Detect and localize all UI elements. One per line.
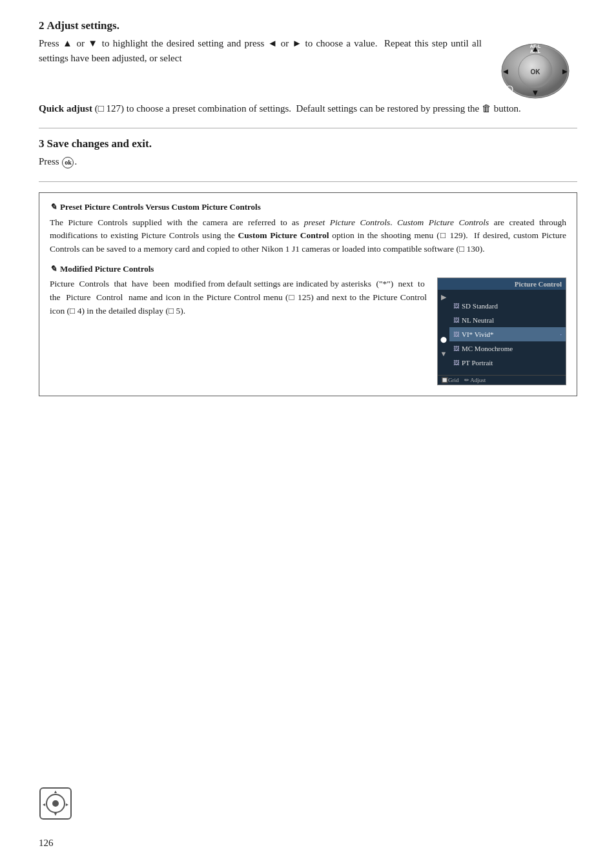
- pc-blank-3: [438, 361, 449, 375]
- pc-item-vi: 🖼 VI* Vivid* ·: [449, 327, 566, 341]
- pc-blank-2: [438, 318, 449, 332]
- svg-text:◄: ◄: [502, 66, 510, 76]
- pc-label-sd: SD Standard: [462, 302, 562, 310]
- step2-section: 2 Adjust settings. Press ▲ or ▼ to highl…: [39, 19, 577, 116]
- pc-footer: 🔲Grid ✏ Adjust: [438, 375, 566, 385]
- pc-left-col: ▶ ⬤ ▼: [438, 290, 449, 375]
- note-box: ✎ Preset Picture Controls Versus Custom …: [39, 192, 577, 397]
- note2-title-text: Modified Picture Controls: [60, 264, 154, 274]
- pc-blank-1: [438, 304, 449, 318]
- step2-number: 2: [39, 19, 45, 32]
- pc-item-blank: [449, 290, 566, 299]
- step3-header: 3 Save changes and exit.: [39, 137, 577, 150]
- step2-header: 2 Adjust settings.: [39, 19, 577, 32]
- step2-full-text: Quick adjust (□ 127) to choose a preset …: [39, 101, 577, 116]
- page-number: 126: [39, 838, 54, 849]
- step3-title: Save changes and exit.: [47, 137, 152, 150]
- pc-header: Picture Control: [438, 278, 566, 290]
- pc-label-vi: VI* Vivid*: [462, 330, 558, 338]
- pc-label-pt: PT Portrait: [462, 359, 562, 367]
- pc-footer-adjust: ✏ Adjust: [464, 377, 486, 383]
- note1-title: ✎ Preset Picture Controls Versus Custom …: [50, 202, 566, 212]
- step3-body: Press ok.: [39, 154, 577, 169]
- step2-camera-image: OK AE-L AF-L ▲ ▼ ◄ ► ⊙: [493, 39, 577, 100]
- picture-control-screenshot: Picture Control ▶ ⬤ ▼: [437, 278, 566, 385]
- pc-arrow-indicator: ▶: [438, 290, 449, 304]
- pc-right-col: 🖼 SD Standard 🖼 NL Neutral 🖼 VI* Vivid*: [449, 290, 566, 375]
- step3-section: 3 Save changes and exit. Press ok.: [39, 137, 577, 169]
- svg-text:◄: ◄: [42, 802, 46, 807]
- svg-text:►: ►: [561, 66, 570, 76]
- note1-text: The Picture Controls supplied with the c…: [50, 216, 566, 257]
- pc-icon-sd: 🖼: [453, 303, 459, 309]
- note2-icon: ✎: [50, 264, 57, 274]
- svg-text:►: ►: [65, 802, 70, 807]
- pc-icon-vi: 🖼: [453, 331, 459, 338]
- pc-item-sd: 🖼 SD Standard: [449, 299, 566, 313]
- svg-text:▲: ▲: [531, 44, 540, 54]
- step2-text-block: Press ▲ or ▼ to highlight the desired se…: [39, 36, 482, 66]
- quick-adjust-label: Quick adjust: [39, 103, 92, 114]
- pc-circle-indicator: ⬤: [438, 332, 449, 347]
- divider-2: [39, 181, 577, 182]
- pc-label-mc: MC Monochrome: [462, 345, 562, 352]
- note1-title-text: Preset Picture Controls Versus Custom Pi…: [60, 202, 261, 212]
- divider-1: [39, 128, 577, 128]
- note2-text: Picture Controls that have been modified…: [50, 278, 427, 318]
- pc-star-vi: ·: [560, 331, 562, 338]
- pc-down-arrow: ▼: [438, 347, 449, 361]
- svg-text:⊙: ⊙: [508, 88, 511, 92]
- pc-icon-pt: 🖼: [453, 359, 459, 366]
- page: 2 Adjust settings. Press ▲ or ▼ to highl…: [0, 0, 616, 868]
- svg-text:▼: ▼: [531, 88, 540, 97]
- svg-point-14: [52, 800, 59, 807]
- bottom-camera-icon: ▲ ▼ ◄ ►: [39, 787, 72, 823]
- pc-item-pt: 🖼 PT Portrait: [449, 356, 566, 370]
- svg-text:▼: ▼: [54, 812, 58, 816]
- step3-number: 3: [39, 137, 45, 150]
- pc-item-nl: 🖼 NL Neutral: [449, 313, 566, 327]
- custom-picture-control-bold: Custom Picture Control: [238, 230, 329, 240]
- pc-icon-nl: 🖼: [453, 317, 459, 323]
- step2-title: Adjust settings.: [47, 19, 119, 32]
- pc-rows: ▶ ⬤ ▼ 🖼 SD Standard: [438, 290, 566, 375]
- note2-title: ✎ Modified Picture Controls: [50, 264, 566, 274]
- pc-icon-mc: 🖼: [453, 345, 459, 352]
- custom-italic: Custom Picture Controls: [397, 217, 489, 227]
- svg-text:OK: OK: [531, 68, 541, 76]
- preset-italic: preset Picture Controls: [304, 217, 390, 227]
- pc-footer-grid: 🔲Grid: [441, 377, 459, 383]
- step2-body: Press ▲ or ▼ to highlight the desired se…: [39, 36, 577, 100]
- ok-button-symbol: ok: [62, 157, 74, 168]
- pc-item-mc: 🖼 MC Monochrome: [449, 341, 566, 356]
- camera-dial-svg: OK AE-L AF-L ▲ ▼ ◄ ► ⊙: [497, 39, 574, 100]
- svg-text:▲: ▲: [54, 789, 58, 794]
- note2-body: Picture Controls that have been modified…: [50, 278, 566, 385]
- pc-label-nl: NL Neutral: [462, 316, 562, 324]
- note1-icon: ✎: [50, 202, 57, 212]
- bottom-icon-svg: ▲ ▼ ◄ ►: [39, 787, 72, 820]
- note2-section: ✎ Modified Picture Controls Picture Cont…: [50, 264, 566, 385]
